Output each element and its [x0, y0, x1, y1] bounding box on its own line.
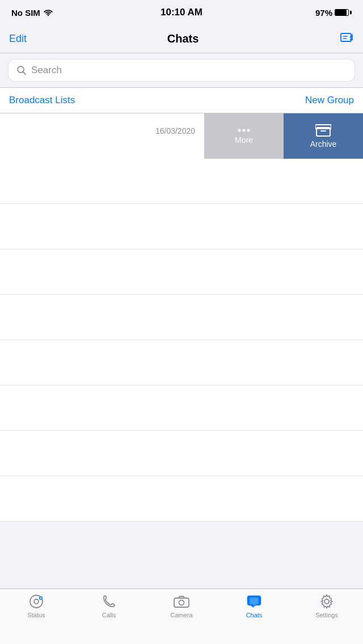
status-left: No SIM — [11, 8, 53, 18]
svg-point-18 — [324, 599, 329, 604]
empty-chat-row-6 — [0, 385, 363, 431]
chat-info: hmad 16/03/2020 to — [0, 125, 195, 147]
empty-chat-row-2 — [0, 204, 363, 249]
chat-list: More Archive A hmad — [0, 113, 363, 522]
empty-chat-row-1 — [0, 159, 363, 204]
chat-row-wrapper: More Archive A hmad — [0, 113, 363, 159]
settings-tab-icon — [319, 594, 335, 609]
swipe-actions: More Archive — [204, 113, 363, 159]
new-group-button[interactable]: New Group — [305, 95, 354, 106]
empty-chat-row-3 — [0, 249, 363, 295]
more-dots-icon — [237, 128, 251, 133]
tab-bar: Status Calls Camera Chats — [0, 588, 363, 644]
chat-preview: to — [0, 138, 195, 147]
status-tab-icon — [28, 594, 44, 609]
status-bar: No SIM 10:10 AM 97% — [0, 0, 363, 25]
archive-swipe-button[interactable]: Archive — [284, 113, 363, 159]
svg-point-17 — [179, 600, 184, 605]
tab-calls[interactable]: Calls — [73, 594, 145, 618]
chat-date: 16/03/2020 — [155, 126, 195, 135]
svg-point-15 — [40, 598, 42, 599]
chat-row[interactable]: A hmad 16/03/2020 to — [0, 113, 204, 159]
svg-line-5 — [23, 72, 26, 75]
battery-percentage: 97% — [315, 8, 332, 18]
wifi-icon — [44, 9, 53, 16]
edit-button[interactable]: Edit — [9, 33, 27, 45]
tab-status[interactable]: Status — [0, 594, 73, 618]
more-swipe-button[interactable]: More — [204, 113, 284, 159]
camera-tab-label: Camera — [170, 612, 192, 618]
chats-tab-label: Chats — [246, 612, 263, 618]
svg-point-7 — [243, 129, 246, 132]
status-tab-label: Status — [27, 612, 45, 618]
calls-tab-icon — [101, 594, 117, 609]
archive-label: Archive — [310, 139, 337, 149]
camera-tab-icon — [174, 594, 189, 609]
tab-chats[interactable]: Chats — [218, 594, 290, 618]
svg-point-8 — [247, 129, 250, 132]
svg-point-6 — [238, 129, 241, 132]
more-label: More — [235, 135, 253, 145]
empty-chat-row-7 — [0, 431, 363, 476]
search-icon — [16, 65, 27, 75]
page-title: Chats — [167, 32, 199, 45]
search-placeholder: Search — [31, 65, 62, 76]
calls-tab-label: Calls — [102, 612, 116, 618]
svg-point-0 — [48, 15, 49, 16]
broadcast-lists-button[interactable]: Broadcast Lists — [9, 95, 75, 106]
svg-rect-1 — [341, 33, 351, 41]
status-time: 10:10 AM — [161, 7, 202, 18]
empty-chat-row-5 — [0, 340, 363, 385]
compose-button[interactable] — [339, 32, 354, 46]
chats-tab-icon — [246, 594, 262, 609]
action-row: Broadcast Lists New Group — [0, 88, 363, 113]
search-bar[interactable]: Search — [8, 59, 355, 82]
nav-bar: Edit Chats — [0, 25, 363, 53]
search-container: Search — [0, 53, 363, 88]
settings-tab-label: Settings — [315, 612, 338, 618]
empty-chat-row-8 — [0, 476, 363, 522]
tab-camera[interactable]: Camera — [145, 594, 218, 618]
archive-icon — [315, 124, 331, 137]
status-right: 97% — [315, 8, 352, 18]
empty-chat-row-4 — [0, 295, 363, 340]
carrier-text: No SIM — [11, 8, 40, 18]
svg-rect-16 — [174, 598, 189, 607]
svg-point-13 — [34, 599, 39, 604]
tab-settings[interactable]: Settings — [290, 594, 363, 618]
battery-icon — [335, 9, 352, 16]
